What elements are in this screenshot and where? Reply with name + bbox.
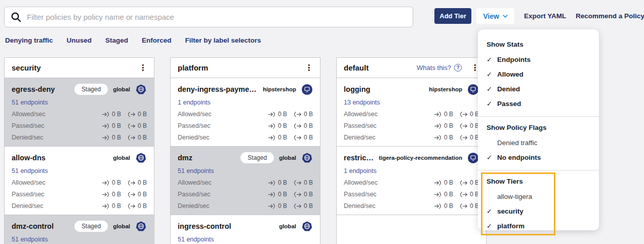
- help-icon[interactable]: ?: [454, 64, 462, 72]
- menu-item-label: Denied: [497, 85, 520, 93]
- endpoints-link[interactable]: 1 endpoints: [178, 98, 211, 107]
- policy-card-header: ingress-controlglobal: [178, 221, 313, 232]
- policy-name: ingress-control: [178, 222, 274, 230]
- outbound-stat: 0 B: [128, 179, 147, 186]
- outbound-stat: 0 B: [294, 122, 313, 129]
- outbound-stat: 0 B: [294, 191, 313, 198]
- stat-label: Allowed/sec: [344, 179, 434, 186]
- menu-item-endpoints[interactable]: ✓Endpoints: [478, 52, 599, 67]
- stat-label: Passed/sec: [12, 191, 102, 198]
- staged-badge: Staged: [240, 152, 274, 163]
- stat-row-denied-sec: Denied/sec0 B0 B: [344, 202, 479, 210]
- outbound-stat: 0 B: [460, 179, 479, 186]
- policy-card-dmz-control[interactable]: dmz-controlStagedglobal51 endpoints: [5, 215, 154, 244]
- stat-label: Allowed/sec: [344, 111, 434, 118]
- outbound-stat: 0 B: [460, 134, 479, 141]
- policy-card-header: allow-dnsglobal: [12, 152, 147, 163]
- search-input[interactable]: [27, 13, 407, 21]
- inbound-stat: 0 B: [268, 191, 287, 198]
- stat-row-denied-sec: Denied/sec0 B0 B: [178, 202, 313, 210]
- menu-section-title: Show Policy Flags: [478, 121, 599, 135]
- check-icon: ✓: [487, 71, 497, 78]
- view-button[interactable]: View: [476, 8, 514, 24]
- policy-card-dmz[interactable]: dmzStagedglobal51 endpointsAllowed/sec0 …: [171, 147, 320, 215]
- menu-item-passed[interactable]: ✓Passed: [478, 96, 599, 111]
- menu-item-label: Denied traffic: [497, 139, 537, 147]
- filter-link-staged[interactable]: Staged: [105, 37, 128, 44]
- inbound-stat: 0 B: [434, 122, 453, 129]
- outbound-stat: 0 B: [128, 122, 147, 129]
- stat-label: Allowed/sec: [178, 179, 268, 186]
- stat-label: Allowed/sec: [178, 111, 268, 118]
- stat-row-allowed-sec: Allowed/sec0 B0 B: [344, 179, 479, 187]
- inbound-stat: 0 B: [102, 191, 121, 198]
- stat-row-passed-sec: Passed/sec0 B0 B: [178, 122, 313, 130]
- inbound-stat: 0 B: [102, 122, 121, 129]
- stat-label: Passed/sec: [178, 122, 268, 129]
- menu-item-label: No endpoints: [497, 154, 541, 161]
- tier-menu-button[interactable]: ⋮: [136, 64, 150, 72]
- menu-item-allow-tigera[interactable]: allow-tigera: [478, 189, 599, 204]
- outbound-stat: 0 B: [460, 122, 479, 129]
- outbound-stat: 0 B: [460, 202, 479, 210]
- stat-label: Allowed/sec: [12, 179, 102, 186]
- stat-row-allowed-sec: Allowed/sec0 B0 B: [178, 110, 313, 118]
- menu-item-allowed[interactable]: ✓Allowed: [478, 67, 599, 82]
- filter-link-unused[interactable]: Unused: [67, 37, 92, 44]
- stat-row-allowed-sec: Allowed/sec0 B0 B: [12, 179, 147, 187]
- stat-label: Passed/sec: [344, 122, 434, 129]
- staged-badge: Staged: [74, 84, 108, 95]
- export-yaml-button[interactable]: Export YAML: [524, 12, 566, 20]
- tier-menu-button[interactable]: ⋮: [302, 64, 316, 72]
- endpoints-link[interactable]: 51 endpoints: [12, 98, 48, 107]
- endpoints-link[interactable]: 51 endpoints: [178, 167, 214, 175]
- policy-card-header: dmz-controlStagedglobal: [12, 221, 147, 232]
- inbound-stat: 0 B: [268, 179, 287, 186]
- menu-item-no-endpoints[interactable]: ✓No endpoints: [478, 150, 599, 165]
- policy-name: deny-ingress-paymentservi…: [178, 85, 258, 93]
- menu-item-denied[interactable]: ✓Denied: [478, 82, 599, 96]
- menu-item-security[interactable]: ✓security: [478, 204, 599, 219]
- policy-card-allow-dns[interactable]: allow-dnsglobal51 endpointsAllowed/sec0 …: [5, 147, 154, 215]
- add-tier-button[interactable]: Add Tier: [434, 8, 471, 24]
- endpoints-link[interactable]: 51 endpoints: [12, 167, 48, 175]
- endpoints-link[interactable]: 1 endpoints: [344, 167, 377, 175]
- menu-item-platform[interactable]: ✓platform: [478, 219, 599, 233]
- endpoints-link[interactable]: 13 endpoints: [344, 98, 380, 107]
- whats-this-link[interactable]: Whats this?: [417, 64, 451, 72]
- inbound-stat: 0 B: [434, 202, 453, 210]
- policy-card-deny-ingress-paymentservi[interactable]: deny-ingress-paymentservi…hipstershop1 e…: [171, 78, 320, 147]
- menu-section-show-policy-flags: Show Policy FlagsDenied traffic✓No endpo…: [478, 116, 599, 170]
- policy-card-logging[interactable]: logginghipstershop13 endpointsAllowed/se…: [337, 78, 486, 147]
- menu-item-denied-traffic[interactable]: Denied traffic: [478, 135, 599, 150]
- policy-card-ingress-control[interactable]: ingress-controlglobal51 endpoints: [171, 215, 320, 244]
- inbound-stat: 0 B: [268, 202, 287, 210]
- inbound-stat: 0 B: [268, 134, 287, 141]
- stat-row-denied-sec: Denied/sec0 B0 B: [12, 202, 147, 210]
- filter-link-enforced[interactable]: Enforced: [142, 37, 172, 44]
- global-policy-icon: [135, 221, 147, 232]
- policy-card-egress-deny[interactable]: egress-denyStagedglobal51 endpointsAllow…: [5, 78, 154, 147]
- stat-label: Denied/sec: [344, 202, 434, 210]
- stat-row-passed-sec: Passed/sec0 B0 B: [12, 190, 147, 198]
- inbound-stat: 0 B: [102, 202, 121, 210]
- inbound-stat: 0 B: [102, 111, 121, 118]
- policy-card-restricted[interactable]: restrictedtigera-policy-recommendation1 …: [337, 147, 486, 215]
- filter-link-filter-by-label-selectors[interactable]: Filter by label selectors: [185, 37, 261, 44]
- filter-link-denying-traffic[interactable]: Denying traffic: [5, 37, 53, 44]
- stat-label: Passed/sec: [344, 191, 434, 198]
- endpoints-link[interactable]: 51 endpoints: [12, 235, 48, 243]
- endpoints-link[interactable]: 51 endpoints: [178, 235, 214, 243]
- tier-column-security: security⋮egress-denyStagedglobal51 endpo…: [4, 57, 154, 244]
- stat-row-allowed-sec: Allowed/sec0 B0 B: [12, 110, 147, 118]
- stat-row-allowed-sec: Allowed/sec0 B0 B: [344, 110, 479, 118]
- chevron-down-icon: [503, 15, 508, 18]
- stat-row-passed-sec: Passed/sec0 B0 B: [344, 122, 479, 130]
- namespace-policy-icon: [467, 84, 479, 95]
- policy-scope-label: global: [279, 223, 296, 229]
- check-icon: ✓: [487, 154, 497, 161]
- view-button-label: View: [483, 12, 499, 20]
- recommend-policy-button[interactable]: Recommend a Policy: [576, 12, 644, 20]
- staged-badge: Staged: [74, 221, 108, 232]
- menu-item-label: allow-tigera: [497, 193, 532, 200]
